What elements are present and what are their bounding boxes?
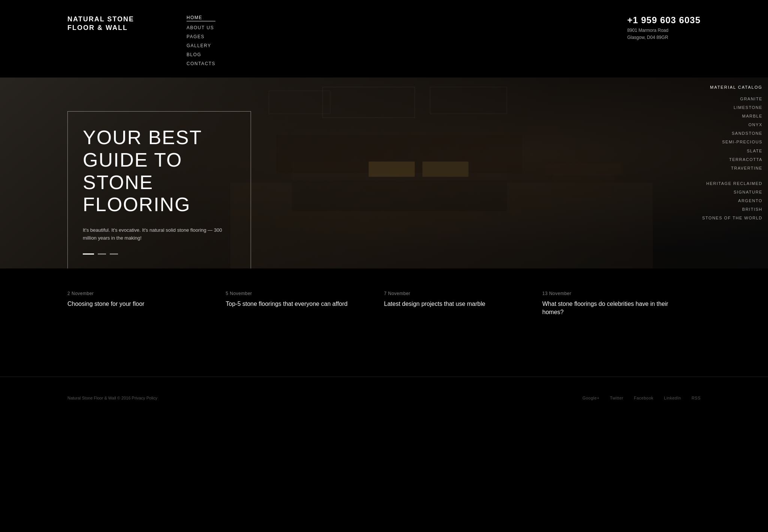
footer-copyright: Natural Stone Floor & Wall © 2016 Privac… <box>67 396 157 400</box>
catalog-item-argento[interactable]: ARGENTO <box>699 197 762 205</box>
slider-dot-1[interactable] <box>83 253 94 255</box>
blog-date-1: 2 November <box>67 291 215 296</box>
header: NATURAL STONE FLOOR & WALL HOMEABOUT USP… <box>0 0 768 77</box>
catalog-item-travertine[interactable]: TRAVERTINE <box>699 164 762 173</box>
blog-date-4: 13 November <box>542 291 690 296</box>
hero-subtitle: It's beautiful. It's evocative. It's nat… <box>83 227 236 242</box>
footer-links: Google+ Twitter Facebook LinkedIn RSS <box>583 396 701 400</box>
blog-title-1[interactable]: Choosing stone for your floor <box>67 300 215 308</box>
catalog-item-stones-world[interactable]: STONES OF THE WORLD <box>699 214 762 222</box>
catalog-item-terracotta[interactable]: TERRACOTTA <box>699 155 762 164</box>
footer: Natural Stone Floor & Wall © 2016 Privac… <box>0 377 768 423</box>
blog-title-3[interactable]: Latest design projects that use marble <box>384 300 531 308</box>
svg-rect-8 <box>545 164 622 175</box>
footer-link-googleplus[interactable]: Google+ <box>583 396 599 400</box>
catalog-item-granite[interactable]: GRANITE <box>699 95 762 103</box>
hero-title: YOUR BEST GUIDE TO STONE FLOORING <box>83 127 236 216</box>
catalog-items-bottom: HERITAGE RECLAIMED SIGNATURE ARGENTO BRI… <box>699 179 762 222</box>
catalog-item-signature[interactable]: SIGNATURE <box>699 188 762 197</box>
svg-rect-1 <box>292 177 507 211</box>
catalog-items-top: GRANITE LIMESTONE MARBLE ONYX SANDSTONE … <box>699 95 762 173</box>
blog-date-2: 5 November <box>226 291 373 296</box>
blog-item-1: 2 November Choosing stone for your floor <box>67 291 226 317</box>
catalog-item-sandstone[interactable]: SANDSTONE <box>699 129 762 138</box>
main-nav: HOMEABOUT USPAGESGALLERYBLOGCONTACTS <box>187 15 215 66</box>
address: 8901 Marmora Road Glasgow, D04 89GR <box>627 27 701 41</box>
material-catalog: MATERIAL CATALOG GRANITE LIMESTONE MARBL… <box>693 77 768 230</box>
blog-title-4[interactable]: What stone floorings do celebrities have… <box>542 300 690 317</box>
svg-rect-7 <box>553 173 614 196</box>
catalog-title: MATERIAL CATALOG <box>699 85 762 89</box>
catalog-item-slate[interactable]: SLATE <box>699 147 762 155</box>
hero-content: YOUR BEST GUIDE TO STONE FLOORING It's b… <box>67 111 255 268</box>
blog-item-4: 13 November What stone floorings do cele… <box>542 291 701 317</box>
footer-link-linkedin[interactable]: LinkedIn <box>664 396 681 400</box>
nav-item-blog[interactable]: BLOG <box>187 52 215 57</box>
catalog-item-marble[interactable]: MARBLE <box>699 112 762 121</box>
footer-link-rss[interactable]: RSS <box>692 396 701 400</box>
svg-rect-5 <box>430 87 507 114</box>
slider-dot-2[interactable] <box>98 253 106 255</box>
nav-item-home[interactable]: HOME <box>187 15 215 21</box>
logo-text: NATURAL STONE FLOOR & WALL <box>67 15 134 33</box>
hero-border-box: YOUR BEST GUIDE TO STONE FLOORING It's b… <box>67 111 251 268</box>
blog-item-3: 7 November Latest design projects that u… <box>384 291 542 317</box>
svg-rect-4 <box>323 87 415 118</box>
logo: NATURAL STONE FLOOR & WALL <box>67 15 134 33</box>
catalog-item-heritage[interactable]: HERITAGE RECLAIMED <box>699 179 762 188</box>
catalog-item-semi-precious[interactable]: SEMI-PRECIOUS <box>699 138 762 146</box>
nav-item-contacts[interactable]: CONTACTS <box>187 61 215 66</box>
nav-item-gallery[interactable]: GALLERY <box>187 43 215 48</box>
hero-section: MATERIAL CATALOG GRANITE LIMESTONE MARBL… <box>0 77 768 268</box>
blog-date-3: 7 November <box>384 291 531 296</box>
slider-dots <box>83 253 236 255</box>
blog-title-2[interactable]: Top-5 stone floorings that everyone can … <box>226 300 373 308</box>
blog-section: 2 November Choosing stone for your floor… <box>0 268 768 347</box>
phone-number: +1 959 603 6035 <box>627 15 701 25</box>
nav-item-pages[interactable]: PAGES <box>187 34 215 39</box>
footer-link-facebook[interactable]: Facebook <box>634 396 653 400</box>
catalog-item-limestone[interactable]: LIMESTONE <box>699 103 762 112</box>
svg-rect-10 <box>423 161 469 177</box>
catalog-item-onyx[interactable]: ONYX <box>699 121 762 129</box>
nav-item-about-us[interactable]: ABOUT US <box>187 25 215 30</box>
footer-link-twitter[interactable]: Twitter <box>610 396 623 400</box>
svg-rect-9 <box>369 161 415 177</box>
catalog-item-british[interactable]: BRITISH <box>699 205 762 214</box>
svg-rect-6 <box>269 91 330 114</box>
slider-dot-3[interactable] <box>110 253 118 255</box>
blog-item-2: 5 November Top-5 stone floorings that ev… <box>226 291 384 317</box>
contact-info: +1 959 603 6035 8901 Marmora Road Glasgo… <box>627 15 701 41</box>
